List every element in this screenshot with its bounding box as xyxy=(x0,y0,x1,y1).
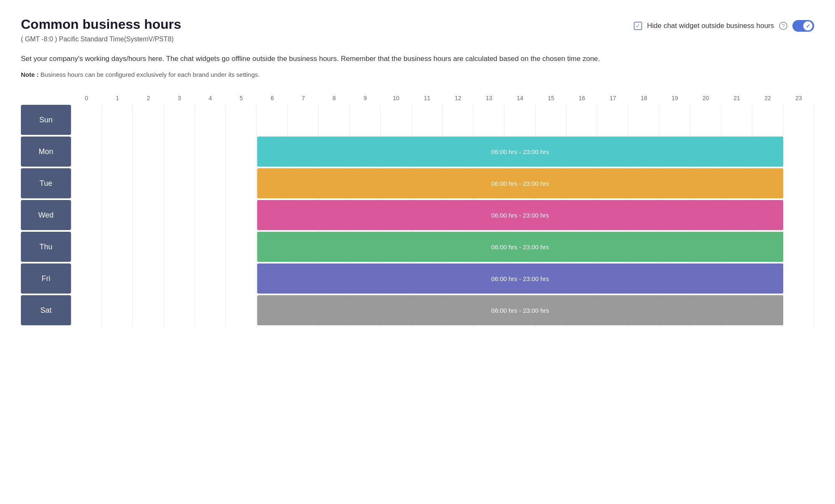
day-row-sun: Sun xyxy=(21,105,814,135)
day-track-thu: 06:00 hrs - 23:00 hrs xyxy=(71,232,814,262)
hour-bar-fri[interactable]: 06:00 hrs - 23:00 hrs xyxy=(257,263,783,294)
day-track-sat: 06:00 hrs - 23:00 hrs xyxy=(71,295,814,325)
time-tick-9: 9 xyxy=(350,95,381,101)
time-tick-13: 13 xyxy=(473,95,504,101)
day-label-sun: Sun xyxy=(21,105,71,135)
day-row-tue: Tue06:00 hrs - 23:00 hrs xyxy=(21,168,814,198)
time-tick-10: 10 xyxy=(381,95,412,101)
hide-widget-label: Hide chat widget outside business hours xyxy=(647,22,774,30)
hour-bar-mon[interactable]: 06:00 hrs - 23:00 hrs xyxy=(257,137,783,167)
day-row-mon: Mon06:00 hrs - 23:00 hrs xyxy=(21,137,814,167)
time-tick-20: 20 xyxy=(690,95,721,101)
hour-bar-thu[interactable]: 06:00 hrs - 23:00 hrs xyxy=(257,232,783,262)
day-row-sat: Sat06:00 hrs - 23:00 hrs xyxy=(21,295,814,325)
day-track-mon: 06:00 hrs - 23:00 hrs xyxy=(71,137,814,167)
day-track-tue: 06:00 hrs - 23:00 hrs xyxy=(71,168,814,198)
time-tick-21: 21 xyxy=(721,95,752,101)
page-title: Common business hours xyxy=(21,17,181,32)
business-hours-chart: 01234567891011121314151617181920212223 S… xyxy=(21,95,814,327)
day-rows-container: SunMon06:00 hrs - 23:00 hrsTue06:00 hrs … xyxy=(21,105,814,327)
toggle-check-icon: ✓ xyxy=(806,23,810,29)
time-tick-3: 3 xyxy=(164,95,195,101)
time-tick-8: 8 xyxy=(319,95,349,101)
note-text: Business hours can be configured exclusi… xyxy=(40,71,260,78)
time-tick-2: 2 xyxy=(133,95,164,101)
day-row-wed: Wed06:00 hrs - 23:00 hrs xyxy=(21,200,814,230)
day-label-wed: Wed xyxy=(21,200,71,230)
hour-bar-wed[interactable]: 06:00 hrs - 23:00 hrs xyxy=(257,200,783,230)
time-tick-4: 4 xyxy=(195,95,226,101)
toggle-knob: ✓ xyxy=(803,21,812,30)
time-tick-0: 0 xyxy=(71,95,102,101)
day-track-wed: 06:00 hrs - 23:00 hrs xyxy=(71,200,814,230)
time-tick-7: 7 xyxy=(288,95,319,101)
time-tick-1: 1 xyxy=(102,95,133,101)
day-label-tue: Tue xyxy=(21,168,71,198)
time-tick-15: 15 xyxy=(536,95,567,101)
time-axis: 01234567891011121314151617181920212223 xyxy=(71,95,814,101)
hide-widget-toggle[interactable]: ✓ xyxy=(792,20,814,32)
day-row-fri: Fri06:00 hrs - 23:00 hrs xyxy=(21,263,814,294)
time-tick-14: 14 xyxy=(504,95,535,101)
time-tick-12: 12 xyxy=(443,95,473,101)
time-tick-11: 11 xyxy=(412,95,443,101)
hide-widget-checkbox[interactable]: ✓ xyxy=(634,22,642,30)
note-row: Note : Business hours can be configured … xyxy=(21,71,814,78)
day-label-fri: Fri xyxy=(21,263,71,294)
time-tick-5: 5 xyxy=(226,95,257,101)
day-track-sun xyxy=(71,105,814,135)
day-label-sat: Sat xyxy=(21,295,71,325)
time-tick-18: 18 xyxy=(628,95,659,101)
time-tick-22: 22 xyxy=(752,95,783,101)
day-label-thu: Thu xyxy=(21,232,71,262)
note-label: Note : xyxy=(21,71,39,78)
time-tick-6: 6 xyxy=(257,95,288,101)
time-tick-16: 16 xyxy=(567,95,597,101)
day-row-thu: Thu06:00 hrs - 23:00 hrs xyxy=(21,232,814,262)
description-text: Set your company's working days/hours he… xyxy=(21,53,689,64)
day-label-mon: Mon xyxy=(21,137,71,167)
day-track-fri: 06:00 hrs - 23:00 hrs xyxy=(71,263,814,294)
help-icon[interactable]: ? xyxy=(779,22,787,30)
time-tick-17: 17 xyxy=(597,95,628,101)
hour-bar-tue[interactable]: 06:00 hrs - 23:00 hrs xyxy=(257,168,783,198)
timezone-label: ( GMT -8:0 ) Pacific Standard Time(Syste… xyxy=(21,35,181,43)
time-tick-19: 19 xyxy=(659,95,690,101)
chart-body: SunMon06:00 hrs - 23:00 hrsTue06:00 hrs … xyxy=(21,105,814,327)
time-tick-23: 23 xyxy=(783,95,814,101)
hour-bar-sat[interactable]: 06:00 hrs - 23:00 hrs xyxy=(257,295,783,325)
